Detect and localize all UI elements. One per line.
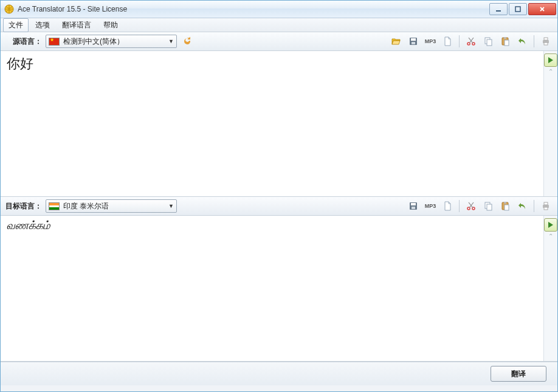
copy-target-button[interactable] <box>481 199 495 213</box>
svg-rect-5 <box>412 42 415 44</box>
svg-rect-9 <box>487 40 492 46</box>
mp3-button-target[interactable]: MP3 <box>424 199 437 213</box>
mp3-button-source[interactable]: MP3 <box>424 35 437 48</box>
target-toolbar: 目标语言： 印度 泰米尔语 ▼ MP3 <box>1 197 557 216</box>
svg-rect-8 <box>485 38 490 44</box>
folder-open-icon <box>391 36 401 46</box>
svg-rect-14 <box>544 38 548 40</box>
separator <box>459 35 460 47</box>
paste-icon <box>500 201 510 211</box>
paste-button[interactable] <box>498 35 512 48</box>
svg-rect-26 <box>543 205 549 208</box>
open-button[interactable] <box>390 35 403 48</box>
menu-options[interactable]: 选项 <box>30 18 55 32</box>
copy-icon <box>483 36 493 46</box>
svg-point-6 <box>467 43 470 45</box>
source-pane: 你好 ⌃ <box>1 51 557 197</box>
play-icon <box>548 57 553 63</box>
svg-rect-21 <box>485 202 490 208</box>
document-icon <box>443 36 452 46</box>
source-textarea[interactable]: 你好 <box>1 51 543 196</box>
svg-rect-17 <box>411 203 416 205</box>
save-icon <box>408 36 418 46</box>
target-pane: வணக்கம் ⌃ <box>1 216 557 362</box>
target-textarea[interactable]: வணக்கம் <box>1 216 543 361</box>
target-language-combo[interactable]: 印度 泰米尔语 ▼ <box>46 199 177 213</box>
print-target-button[interactable] <box>539 199 553 213</box>
flag-in-icon <box>49 202 60 210</box>
undo-icon <box>517 36 527 46</box>
menu-file[interactable]: 文件 <box>3 18 29 32</box>
status-strip <box>1 385 557 391</box>
app-icon <box>4 4 14 14</box>
cut-button[interactable] <box>464 35 478 48</box>
cut-target-button[interactable] <box>464 199 478 213</box>
menu-translation-languages[interactable]: 翻译语言 <box>57 18 97 32</box>
scissors-icon <box>466 201 476 211</box>
svg-rect-1 <box>496 10 501 12</box>
source-language-label: 源语言： <box>5 36 42 47</box>
svg-rect-15 <box>544 43 548 45</box>
source-language-combo[interactable]: 检测到中文(简体） ▼ <box>46 35 177 48</box>
scroll-up-icon: ⌃ <box>548 68 553 75</box>
target-side-column: ⌃ <box>543 216 557 361</box>
flag-cn-icon <box>49 38 60 46</box>
new-target-button[interactable] <box>441 199 454 213</box>
bottom-bar: 翻译 <box>1 362 557 385</box>
svg-rect-18 <box>412 207 415 209</box>
svg-rect-4 <box>411 38 416 41</box>
undo-button[interactable] <box>515 35 529 48</box>
menu-help[interactable]: 帮助 <box>98 18 123 32</box>
play-target-button[interactable] <box>544 218 557 232</box>
undo-target-button[interactable] <box>515 199 529 213</box>
target-language-label: 目标语言： <box>5 201 42 211</box>
play-icon <box>548 222 553 228</box>
separator <box>459 200 460 212</box>
refresh-button[interactable] <box>181 35 194 48</box>
print-icon <box>541 36 551 46</box>
svg-rect-10 <box>502 38 508 45</box>
svg-rect-2 <box>515 7 520 12</box>
paste-icon <box>500 36 510 46</box>
window-buttons <box>489 3 556 15</box>
svg-point-7 <box>472 43 475 45</box>
source-language-value: 检测到中文(简体） <box>63 36 165 47</box>
svg-rect-13 <box>543 40 549 43</box>
paste-target-button[interactable] <box>498 199 512 213</box>
scroll-up-icon: ⌃ <box>548 233 553 239</box>
separator <box>534 35 534 47</box>
titlebar: Ace Translator 15.5 - Site License <box>1 1 557 18</box>
svg-rect-11 <box>504 37 506 39</box>
copy-icon <box>483 201 493 211</box>
menubar: 文件 选项 翻译语言 帮助 <box>1 18 557 32</box>
play-source-button[interactable] <box>544 53 557 67</box>
save-button[interactable] <box>407 35 420 48</box>
svg-rect-16 <box>410 202 417 210</box>
refresh-icon <box>182 36 192 46</box>
scissors-icon <box>466 36 476 46</box>
svg-point-19 <box>467 207 470 210</box>
print-button[interactable] <box>539 35 553 48</box>
new-button[interactable] <box>441 35 454 48</box>
svg-rect-22 <box>487 204 492 210</box>
document-icon <box>443 201 452 211</box>
copy-button[interactable] <box>481 35 495 48</box>
close-button[interactable] <box>528 3 556 15</box>
svg-rect-28 <box>544 207 548 210</box>
separator <box>534 200 534 212</box>
svg-rect-25 <box>505 205 509 210</box>
save-target-button[interactable] <box>407 199 420 213</box>
svg-rect-12 <box>505 40 509 46</box>
undo-icon <box>517 201 527 211</box>
target-language-value: 印度 泰米尔语 <box>63 201 165 211</box>
mp3-icon: MP3 <box>425 38 436 44</box>
maximize-button[interactable] <box>509 3 527 15</box>
minimize-button[interactable] <box>489 3 508 15</box>
source-side-column: ⌃ <box>543 51 557 196</box>
svg-rect-23 <box>502 202 508 210</box>
svg-rect-27 <box>544 202 548 205</box>
chevron-down-icon: ▼ <box>168 203 174 209</box>
chevron-down-icon: ▼ <box>168 38 174 44</box>
svg-rect-24 <box>504 202 506 204</box>
translate-button[interactable]: 翻译 <box>491 366 546 382</box>
